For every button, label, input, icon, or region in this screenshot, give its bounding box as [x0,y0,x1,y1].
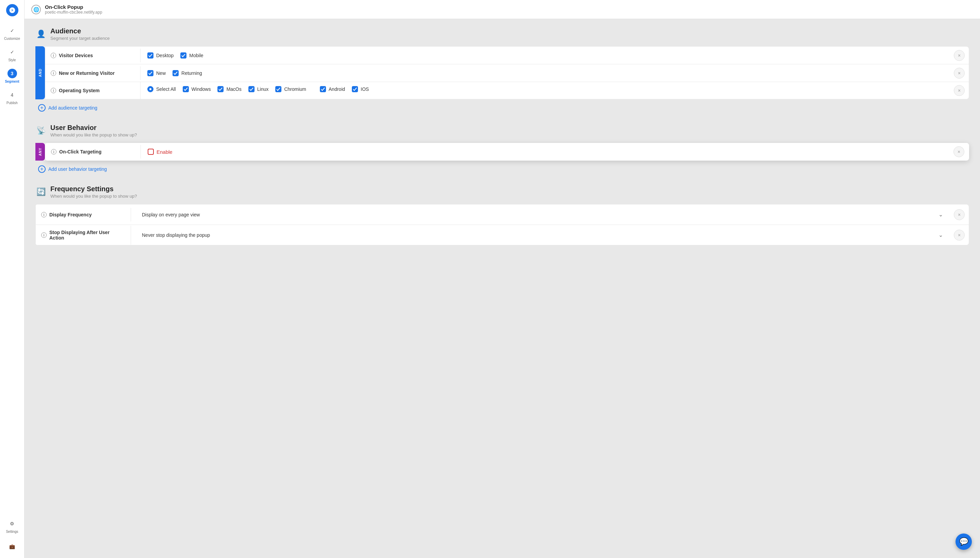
audience-title-group: Audience Segment your target audience [50,27,110,41]
sidebar-item-publish[interactable]: 4 Publish [2,87,23,108]
chat-button[interactable]: 💬 [955,533,972,550]
linux-checkbox[interactable]: Linux [248,86,269,92]
customize-icon: ✓ [8,26,17,35]
visitor-devices-label: i Visitor Devices [45,49,141,62]
user-behavior-title-group: User Behavior When would you like the po… [50,124,137,138]
windows-label: Windows [192,87,211,92]
os-label: i Operating System [45,82,141,99]
display-frequency-label: i Display Frequency [36,208,131,222]
sidebar-item-briefcase[interactable]: 💼 [2,539,23,554]
and-label-bar: AND [35,46,45,99]
user-behavior-title: User Behavior [50,124,137,132]
stop-displaying-content: Never stop displaying the popup ⌄ [131,225,954,245]
stop-displaying-close[interactable]: × [954,230,965,241]
display-frequency-value: Display on every page view [142,212,200,217]
settings-icon: ⚙ [8,519,17,528]
new-label: New [156,71,166,76]
returning-label: Returning [181,71,202,76]
android-checkbox[interactable]: Android [320,86,345,92]
main-container: 🌐 On-Click Popup poetic-muffin-cbc3ee.ne… [25,0,980,558]
ios-checkbox[interactable]: IOS [352,86,369,92]
content-area: 👤 Audience Segment your target audience … [25,19,980,558]
on-click-close[interactable]: × [954,146,964,157]
new-returning-close[interactable]: × [954,68,965,79]
frequency-header: 🔄 Frequency Settings When would you like… [35,185,969,199]
frequency-title-group: Frequency Settings When would you like t… [50,185,137,199]
mobile-checkbox-box [181,53,187,59]
chromium-label: Chromium [284,87,306,92]
segment-label: Segment [5,80,19,84]
stop-displaying-info-icon[interactable]: i [41,232,47,238]
returning-checkbox-box [172,70,179,76]
user-behavior-rows: i On-Click Targeting Enable × [45,143,969,161]
display-frequency-close[interactable]: × [954,209,965,220]
linux-label: Linux [257,87,269,92]
os-close[interactable]: × [954,85,965,96]
chromium-checkbox[interactable]: Chromium [275,86,306,92]
audience-section: 👤 Audience Segment your target audience … [35,27,969,113]
audience-header: 👤 Audience Segment your target audience [35,27,969,41]
windows-checkbox[interactable]: Windows [183,86,211,92]
on-click-content: Enable [141,144,954,159]
returning-checkbox[interactable]: Returning [172,70,202,76]
add-audience-label: Add audience targeting [48,105,97,111]
visitor-devices-info-icon[interactable]: i [51,53,56,58]
windows-checkbox-box [183,86,189,92]
customize-label: Customize [4,37,20,41]
display-frequency-select[interactable]: Display on every page view ⌄ [138,208,947,220]
new-returning-info-icon[interactable]: i [51,71,56,76]
frequency-icon: 🔄 [35,187,46,197]
stop-displaying-label: i Stop Displaying After User Action [36,226,131,245]
sidebar-bottom: ⚙ Settings 💼 [2,516,23,554]
os-info-icon[interactable]: i [51,88,56,93]
audience-subtitle: Segment your target audience [50,36,110,41]
site-url: poetic-muffin-cbc3ee.netlify.app [45,10,102,15]
new-returning-content: New Returning [141,66,954,80]
select-all-label: Select All [156,87,176,92]
desktop-checkbox-box [147,53,153,59]
user-behavior-section: 📡 User Behavior When would you like the … [35,124,969,174]
desktop-label: Desktop [156,53,174,58]
add-behavior-icon: + [38,165,46,173]
user-behavior-header: 📡 User Behavior When would you like the … [35,124,969,138]
audience-icon: 👤 [35,29,46,39]
visitor-devices-close[interactable]: × [954,50,965,61]
frequency-settings-section: 🔄 Frequency Settings When would you like… [35,185,969,245]
select-all-radio-btn [147,86,153,92]
macos-checkbox-box [217,86,223,92]
android-label: Android [329,87,345,92]
add-behavior-targeting[interactable]: + Add user behavior targeting [35,164,969,174]
sidebar: ✓ Customize ✓ Style 3 Segment 4 Publish … [0,0,25,558]
page-title: On-Click Popup [45,4,102,10]
sidebar-item-customize[interactable]: ✓ Customize [2,23,23,43]
ios-label: IOS [361,87,369,92]
desktop-checkbox[interactable]: Desktop [147,53,174,59]
macos-checkbox[interactable]: MacOs [217,86,241,92]
new-returning-row: i New or Returning Visitor New [45,64,969,82]
add-audience-targeting[interactable]: + Add audience targeting [35,103,969,113]
stop-displaying-select[interactable]: Never stop displaying the popup ⌄ [138,229,947,241]
audience-title: Audience [50,27,110,35]
on-click-info-icon[interactable]: i [51,149,56,154]
style-label: Style [8,58,16,62]
new-returning-label: i New or Returning Visitor [45,66,141,80]
user-behavior-subtitle: When would you like the popup to show up… [50,132,137,138]
sidebar-item-segment[interactable]: 3 Segment [2,66,23,86]
ios-checkbox-box [352,86,358,92]
mobile-label: Mobile [189,53,203,58]
enable-checkbox[interactable]: Enable [148,149,172,155]
audience-targeting-group: AND i Visitor Devices [35,46,969,99]
chevron-down-icon: ⌄ [939,211,943,218]
logo[interactable] [6,4,18,16]
sidebar-item-style[interactable]: ✓ Style [2,44,23,65]
select-all-radio[interactable]: Select All [147,86,176,92]
segment-icon: 3 [8,69,17,78]
on-click-label: i On-Click Targeting [46,145,141,159]
chromium-checkbox-box [275,86,281,92]
display-freq-info-icon[interactable]: i [41,212,47,217]
new-checkbox[interactable]: New [147,70,166,76]
on-click-targeting-row: i On-Click Targeting Enable × [45,143,969,161]
chat-icon: 💬 [959,537,969,546]
mobile-checkbox[interactable]: Mobile [181,53,203,59]
sidebar-item-settings[interactable]: ⚙ Settings [2,516,23,536]
